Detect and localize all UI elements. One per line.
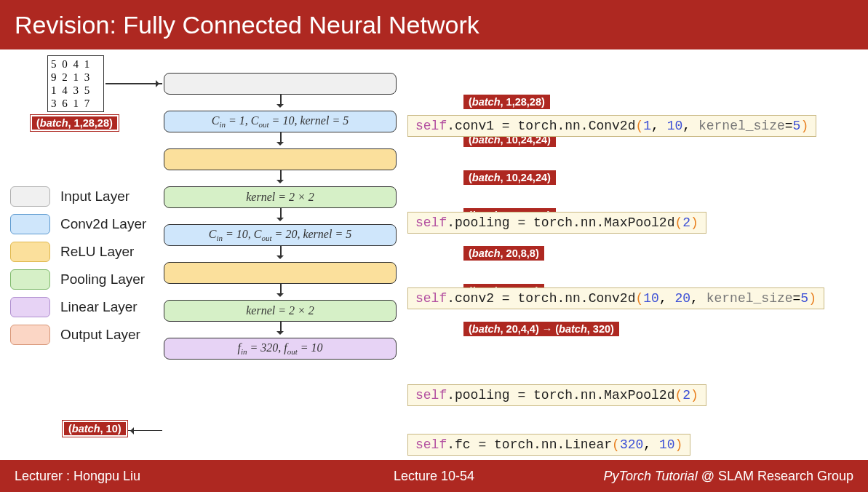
layer-conv1: Cin = 1, Cout = 10, kernel = 5 bbox=[164, 111, 397, 132]
shape-tag: (batch, 10,24,24) bbox=[463, 170, 556, 185]
code-conv1: self.conv1 = torch.nn.Conv2d(1, 10, kern… bbox=[407, 115, 816, 137]
footer-lecturer: Lecturer : Hongpu Liu bbox=[15, 469, 140, 484]
layer-flow: (batch, 1,28,28) Cin = 1, Cout = 10, ker… bbox=[164, 73, 397, 360]
code-fc: self.fc = torch.nn.Linear(320, 10) bbox=[407, 434, 690, 456]
layer-text: fin = 320, fout = 10 bbox=[237, 341, 322, 356]
swatch-linear bbox=[10, 297, 50, 317]
arrow-icon bbox=[164, 208, 397, 224]
swatch-input bbox=[10, 186, 50, 207]
shape-tag: (batch, 20,8,8) bbox=[463, 246, 544, 261]
legend-item: Linear Layer bbox=[10, 297, 156, 317]
footer-lecture-number: Lecture 10-54 bbox=[394, 469, 474, 484]
legend-item: Input Layer bbox=[10, 186, 156, 207]
layer-text: Cin = 1, Cout = 10, kernel = 5 bbox=[212, 114, 349, 129]
layer-conv2: Cin = 10, Cout = 20, kernel = 5 bbox=[164, 224, 397, 246]
legend: Input Layer Conv2d Layer ReLU Layer Pool… bbox=[10, 186, 156, 352]
layer-linear: fin = 320, fout = 10 bbox=[164, 338, 397, 360]
output-shape-tag: (batch, 10) bbox=[63, 421, 127, 437]
arrow-icon bbox=[127, 430, 162, 432]
layer-pool1: kernel = 2 × 2 bbox=[164, 186, 397, 208]
input-shape-tag: (batch, 1,28,28) bbox=[31, 115, 119, 131]
arrow-icon bbox=[164, 132, 397, 148]
slide-footer: Lecturer : Hongpu Liu Lecture 10-54 PyTo… bbox=[0, 460, 868, 492]
shape-tag: (batch, 1,28,28) bbox=[463, 95, 550, 109]
code-pool2: self.pooling = torch.nn.MaxPool2d(2) bbox=[407, 384, 706, 406]
code-pool1: self.pooling = torch.nn.MaxPool2d(2) bbox=[407, 212, 706, 234]
swatch-pool bbox=[10, 269, 50, 290]
slide-body: 5 0 4 1 9 2 1 3 1 4 3 5 3 6 1 7 (batch, … bbox=[0, 49, 868, 451]
slide-title: Revision: Fully Connected Neural Network bbox=[15, 11, 479, 39]
layer-pool2: kernel = 2 × 2 bbox=[164, 300, 397, 322]
legend-item: Pooling Layer bbox=[10, 269, 156, 290]
layer-text: Cin = 10, Cout = 20, kernel = 5 bbox=[209, 228, 351, 242]
layer-text: kernel = 2 × 2 bbox=[246, 304, 314, 317]
swatch-relu bbox=[10, 242, 50, 262]
legend-item: Output Layer bbox=[10, 325, 156, 345]
footer-group: PyTorch Tutorial @ SLAM Research Group bbox=[604, 469, 853, 484]
legend-item: Conv2d Layer bbox=[10, 214, 156, 234]
swatch-conv bbox=[10, 214, 50, 234]
digits-row: 5 0 4 1 bbox=[51, 57, 100, 71]
code-conv2: self.conv2 = torch.nn.Conv2d(10, 20, ker… bbox=[407, 287, 824, 309]
layer-input bbox=[164, 73, 397, 95]
layer-relu1 bbox=[164, 148, 397, 170]
arrow-icon bbox=[164, 284, 397, 300]
shape-tag: (batch, 20,4,4) → (batch, 320) bbox=[463, 322, 619, 336]
digits-row: 3 6 1 7 bbox=[51, 97, 100, 110]
digits-row: 1 4 3 5 bbox=[51, 84, 100, 97]
input-digits-image: 5 0 4 1 9 2 1 3 1 4 3 5 3 6 1 7 bbox=[47, 55, 104, 112]
slide-header: Revision: Fully Connected Neural Network bbox=[0, 0, 868, 49]
arrow-icon bbox=[164, 95, 397, 111]
legend-item: ReLU Layer bbox=[10, 242, 156, 262]
arrow-icon bbox=[105, 83, 162, 84]
arrow-icon bbox=[164, 322, 397, 338]
arrow-icon bbox=[164, 246, 397, 262]
layer-text: kernel = 2 × 2 bbox=[246, 191, 314, 204]
layer-relu2 bbox=[164, 262, 397, 284]
digits-row: 9 2 1 3 bbox=[51, 71, 100, 84]
swatch-output bbox=[10, 325, 50, 345]
arrow-icon bbox=[164, 170, 397, 186]
